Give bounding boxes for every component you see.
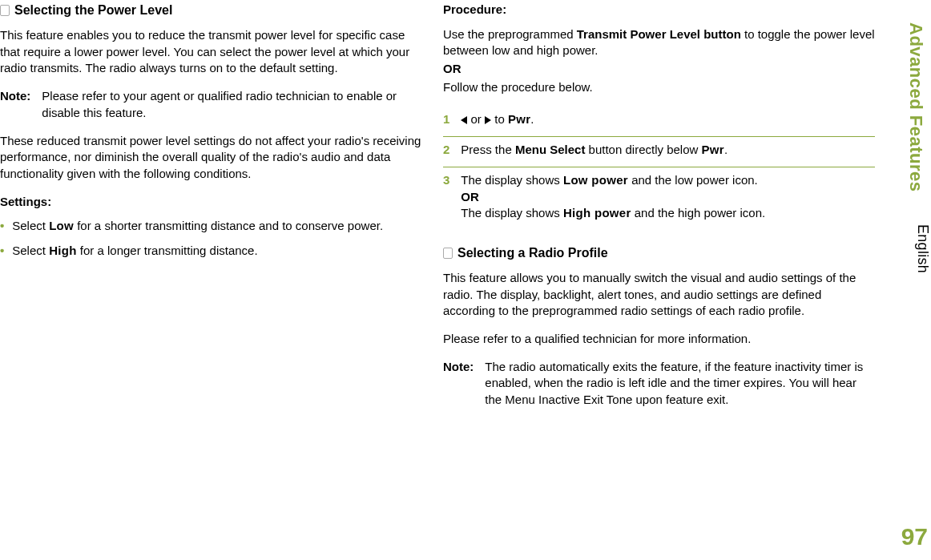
section-title-radio-profile: Selecting a Radio Profile: [443, 244, 875, 262]
procedure-steps: 1 or to Pwr. 2 Press the Menu Select but…: [443, 107, 875, 229]
note-block-2: Note: The radio automatically exits the …: [443, 359, 875, 409]
side-tab-label: Advanced Features: [905, 22, 926, 191]
note-block: Note: Please refer to your agent or qual…: [0, 88, 424, 121]
text-fragment: The display shows: [461, 206, 563, 220]
text-fragment: and the low power icon.: [628, 173, 758, 187]
step-2: 2 Press the Menu Select button directly …: [443, 137, 875, 167]
radio-display-text: High: [49, 244, 77, 257]
text-fragment: Use the preprogrammed: [443, 27, 577, 41]
bullet-icon: •: [0, 218, 4, 235]
text-fragment: .: [724, 143, 727, 156]
text-fragment: Select: [12, 244, 49, 257]
spacer: [443, 230, 875, 244]
step-text: Press the Menu Select button directly be…: [461, 142, 727, 159]
step-text: The display shows Low power and the low …: [461, 172, 765, 222]
list-item: • Select High for a longer transmitting …: [0, 243, 424, 260]
document-icon: [443, 248, 453, 259]
text-fragment: for a longer transmitting distance.: [77, 244, 258, 257]
conditions-paragraph: These reduced transmit power level setti…: [0, 133, 424, 183]
step-number: 2: [443, 142, 449, 159]
step-number: 3: [443, 172, 449, 222]
radio-display-text: Low: [49, 219, 74, 232]
bullet-icon: •: [0, 243, 4, 260]
intro-paragraph: This feature enables you to reduce the t…: [0, 27, 424, 77]
section-title-power-level: Selecting the Power Level: [0, 2, 424, 19]
text-fragment: Press the: [461, 143, 515, 156]
settings-list: • Select Low for a shorter transmitting …: [0, 218, 424, 259]
list-item-text: Select Low for a shorter transmitting di…: [12, 218, 383, 235]
bold-text: Transmit Power Level button: [577, 27, 741, 41]
text-fragment: for a shorter transmitting distance and …: [74, 219, 383, 232]
note-label: Note:: [443, 359, 474, 409]
text-fragment: to: [491, 112, 508, 126]
radio-display-text: Pwr: [702, 143, 724, 156]
follow-procedure: Follow the procedure below.: [443, 79, 875, 96]
note-text: Please refer to your agent or qualified …: [42, 88, 424, 121]
profile-paragraph-2: Please refer to a qualified technician f…: [443, 331, 875, 348]
list-item-text: Select High for a longer transmitting di…: [12, 243, 257, 260]
document-icon: [0, 5, 10, 16]
page-number: 97: [901, 523, 928, 550]
step-number: 1: [443, 111, 449, 128]
step-1: 1 or to Pwr.: [443, 107, 875, 137]
text-fragment: Select: [12, 219, 49, 232]
text-fragment: The display shows: [461, 173, 563, 187]
note-text: The radio automatically exits the featur…: [485, 359, 875, 409]
side-language-label: English: [914, 224, 931, 273]
or-label: OR: [443, 61, 875, 78]
step-text: or to Pwr.: [461, 111, 534, 128]
text-fragment: and the high power icon.: [631, 206, 766, 220]
left-column: Selecting the Power Level This feature e…: [0, 2, 424, 420]
bold-text: Menu Select: [515, 143, 586, 156]
page-content: Selecting the Power Level This feature e…: [0, 0, 881, 420]
text-fragment: button directly below: [585, 143, 701, 156]
radio-display-text: High power: [563, 206, 631, 220]
radio-display-text: Low power: [563, 173, 628, 187]
note-label: Note:: [0, 88, 30, 121]
list-item: • Select Low for a shorter transmitting …: [0, 218, 424, 235]
profile-paragraph-1: This feature allows you to manually swit…: [443, 270, 875, 320]
text-fragment: .: [530, 112, 534, 126]
step-3: 3 The display shows Low power and the lo…: [443, 167, 875, 230]
text-fragment: or: [467, 112, 485, 126]
section-title-text: Selecting the Power Level: [14, 2, 172, 19]
or-label: OR: [461, 190, 479, 203]
procedure-label: Procedure:: [443, 2, 875, 18]
right-arrow-icon: [485, 116, 491, 124]
radio-display-text: Pwr: [508, 112, 530, 126]
procedure-intro: Use the preprogrammed Transmit Power Lev…: [443, 26, 875, 59]
settings-label: Settings:: [0, 194, 424, 211]
section-title-text: Selecting a Radio Profile: [457, 244, 608, 262]
right-column: Procedure: Use the preprogrammed Transmi…: [443, 2, 875, 420]
